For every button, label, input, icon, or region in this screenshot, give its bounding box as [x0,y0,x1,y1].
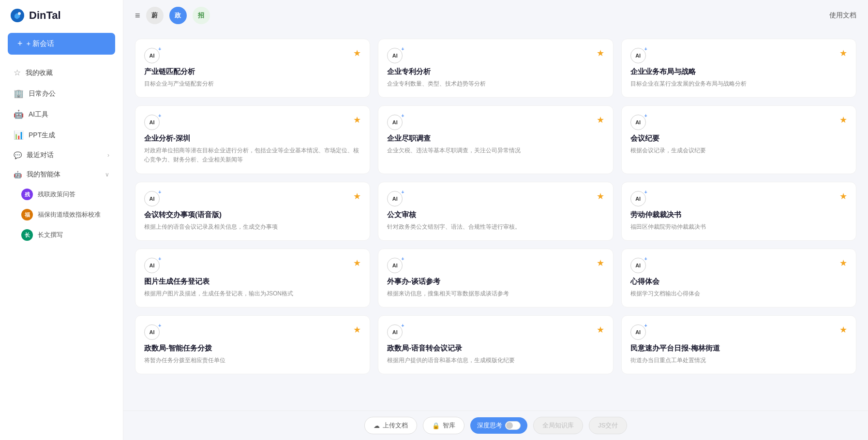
logo-area: DinTal [0,8,123,33]
card-card-5[interactable]: AI ★ 企业尽职调查 企业欠税、违法等基本尽职调查，关注公司异常情况 [378,105,613,174]
ai-badge: AI [144,115,160,130]
ai-badge: AI [387,191,403,206]
card-card-2[interactable]: AI ★ 企业专利分析 企业专利数量、类型、技术趋势等分析 [378,39,613,98]
bottom-toolbar: ☁ 上传文档 🔒 智库 深度思考 全局知识库 JS交付 [123,411,868,440]
ai-badge: AI [630,115,646,130]
star-icon: ★ [597,191,604,202]
deep-think-label: 深度思考 [477,421,502,430]
ppt-icon: 📊 [14,130,24,140]
ai-tools-label: AI工具 [29,110,48,119]
star-icon: ★ [839,324,847,335]
card-desc: 对政府单位招商等潜在目标企业进行分析，包括企业等企业基本情况、市场定位、核心竞争… [144,146,361,164]
card-header: AI ★ [144,191,361,206]
card-header: AI ★ [387,48,604,63]
star-icon: ★ [353,115,361,125]
deep-think-button[interactable]: 深度思考 [470,417,527,434]
card-card-15[interactable]: AI ★ 民意速办平台日报-梅林街道 街道办当日重点工单处置情况 [621,315,856,374]
card-desc: 根据用户提供的语音和基本信息，生成模版化纪要 [387,356,604,365]
topbar: ≡ 蔚 政 招 使用文档 [123,0,868,31]
card-desc: 目标企业在某行业发展的业务布局与战略分析 [630,79,847,88]
card-title: 会议转交办事项(语音版) [144,210,361,220]
chevron-right-icon: › [107,152,109,159]
card-header: AI ★ [630,48,847,63]
sidebar-item-ppt[interactable]: 📊 PPT生成 [4,125,119,146]
card-title: 外事办-谈话参考 [387,277,604,286]
ai-badge: AI [630,324,646,340]
ai-badge: AI [630,258,646,273]
ai-tools-icon: 🤖 [14,109,24,119]
option2-button: JS交付 [589,417,627,434]
menu-icon[interactable]: ≡ [135,11,140,21]
sidebar-sub-item-long-writing[interactable]: 长 长文撰写 [4,225,119,245]
ai-badge: AI [387,258,403,273]
star-icon: ★ [839,48,847,59]
new-chat-button[interactable]: + + 新会话 [8,33,115,55]
option2-label: JS交付 [598,421,618,430]
card-desc: 针对政务类公文错别字、语法、合规性等进行审核。 [387,222,604,232]
card-card-3[interactable]: AI ★ 企业业务布局与战略 目标企业在某行业发展的业务布局与战略分析 [621,39,856,98]
star-icon: ★ [597,324,604,335]
card-header: AI ★ [630,258,847,273]
star-icon: ★ [597,115,604,125]
star-icon: ★ [839,115,847,125]
card-desc: 福田区仲裁院劳动仲裁裁决书 [630,222,847,232]
ai-badge: AI [144,48,160,63]
card-card-8[interactable]: AI ★ 公文审核 针对政务类公文错别字、语法、合规性等进行审核。 [378,182,613,241]
recent-label: 最近对话 [27,151,54,160]
card-card-12[interactable]: AI ★ 心得体会 根据学习文档输出心得体会 [621,249,856,308]
avatar-long-writing: 长 [21,229,33,241]
card-header: AI ★ [630,324,847,340]
new-chat-label: + 新会话 [27,39,55,48]
deep-think-toggle[interactable] [505,421,521,430]
tag-zheng-button[interactable]: 政 [169,7,187,24]
card-desc: 街道办当日重点工单处置情况 [630,356,847,365]
sidebar-sub-item-calibration[interactable]: 福 福保街道绩效指标校准 [4,205,119,225]
sidebar-item-ai-tools[interactable]: 🤖 AI工具 [4,104,119,125]
plus-icon: + [17,39,23,49]
chevron-down-icon: ∨ [105,171,109,178]
card-card-11[interactable]: AI ★ 外事办-谈话参考 根据来访信息，搜集相关可靠数据形成谈话参考 [378,249,613,308]
favorites-label: 我的收藏 [26,69,53,77]
ai-badge: AI [144,258,160,273]
smart-lib-button[interactable]: 🔒 智库 [423,417,464,434]
card-card-13[interactable]: AI ★ 政数局-智能任务分拨 将暂办任务分拨至相应责任单位 [135,315,370,374]
daily-office-label: 日常办公 [29,89,56,98]
upload-doc-button[interactable]: ☁ 上传文档 [364,417,417,434]
card-desc: 根据上传的语音会议记录及相关信息，生成交办事项 [144,222,361,232]
star-icon: ★ [353,48,361,59]
card-card-14[interactable]: AI ★ 政数局-语音转会议记录 根据用户提供的语音和基本信息，生成模版化纪要 [378,315,613,374]
card-card-9[interactable]: AI ★ 劳动仲裁裁决书 福田区仲裁院劳动仲裁裁决书 [621,182,856,241]
card-desc: 企业专利数量、类型、技术趋势等分析 [387,79,604,88]
star-icon: ★ [839,191,847,202]
use-doc-button[interactable]: 使用文档 [829,11,856,20]
card-header: AI ★ [387,191,604,206]
sidebar-item-daily-office[interactable]: 🏢 日常办公 [4,83,119,104]
card-card-10[interactable]: AI ★ 图片生成任务登记表 根据用户图片及描述，生成任务登记表，输出为JSON… [135,249,370,308]
card-card-1[interactable]: AI ★ 产业链匹配分析 目标企业与产业链配套分析 [135,39,370,98]
card-card-7[interactable]: AI ★ 会议转交办事项(语音版) 根据上传的语音会议记录及相关信息，生成交办事… [135,182,370,241]
sidebar-section-agents[interactable]: 🤖 我的智能体 ∨ [4,165,119,184]
card-card-4[interactable]: AI ★ 企业分析-深圳 对政府单位招商等潜在目标企业进行分析，包括企业等企业基… [135,105,370,174]
tag-zhao-button[interactable]: 招 [193,7,210,24]
svg-point-1 [18,12,21,15]
card-card-6[interactable]: AI ★ 会议纪要 根据会议记录，生成会议纪要 [621,105,856,174]
upload-doc-label: 上传文档 [383,421,408,430]
star-icon: ★ [597,48,604,59]
ppt-label: PPT生成 [29,131,55,140]
star-icon: ★ [597,258,604,268]
card-desc: 目标企业与产业链配套分析 [144,79,361,88]
ai-badge: AI [387,115,403,130]
card-title: 公文审核 [387,210,604,220]
cloud-icon: ☁ [374,422,380,429]
agents-label: 我的智能体 [27,170,60,179]
ai-badge: AI [630,48,646,63]
card-desc: 企业欠税、违法等基本尽职调查，关注公司异常情况 [387,146,604,155]
card-header: AI ★ [387,258,604,273]
sidebar-sub-item-policy-qa[interactable]: 残 残联政策问答 [4,184,119,205]
sidebar-section-recent[interactable]: 💬 最近对话 › [4,146,119,165]
tag-yuan-button[interactable]: 蔚 [146,7,164,24]
avatar-calibration: 福 [21,209,33,220]
card-title: 企业分析-深圳 [144,134,361,143]
sidebar-item-favorites[interactable]: ☆ 我的收藏 [4,62,119,83]
calibration-label: 福保街道绩效指标校准 [38,210,101,219]
